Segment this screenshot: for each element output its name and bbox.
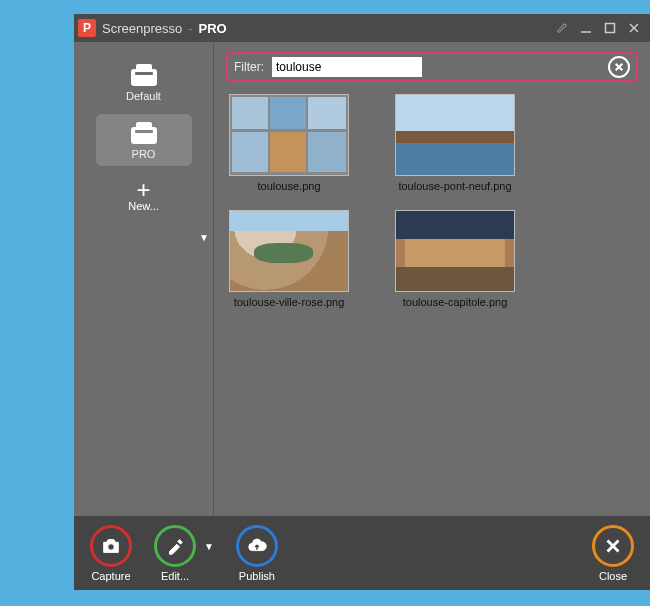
svg-point-6 — [108, 543, 114, 549]
minimize-button[interactable] — [574, 18, 598, 38]
filter-input[interactable] — [272, 57, 422, 77]
bottom-toolbar: Capture Edit... ▼ Publish Close — [74, 516, 650, 590]
close-icon — [614, 62, 624, 72]
thumbnail-name: toulouse.png — [258, 180, 321, 192]
thumbnail-image — [395, 210, 515, 292]
workspace-add-button[interactable]: + New... — [96, 172, 192, 220]
thumbnail-name: toulouse-capitole.png — [403, 296, 508, 308]
close-icon — [592, 525, 634, 567]
capture-label: Capture — [91, 570, 130, 582]
thumbnail-image — [395, 94, 515, 176]
settings-icon[interactable] — [550, 18, 574, 38]
title-separator: - — [188, 21, 192, 36]
close-window-button[interactable] — [622, 18, 646, 38]
edit-label: Edit... — [161, 570, 189, 582]
thumbnail-item[interactable]: toulouse-pont-neuf.png — [390, 94, 520, 192]
app-edition: PRO — [199, 21, 227, 36]
workspace-sidebar: Default PRO + New... ▼ — [74, 42, 214, 516]
edit-icon — [154, 525, 196, 567]
filter-label: Filter: — [234, 60, 264, 74]
content-area: Filter: toulouse.png toulouse-pont-neuf.… — [214, 42, 650, 516]
workspace-add-label: New... — [128, 200, 159, 212]
thumbnail-name: toulouse-pont-neuf.png — [398, 180, 511, 192]
thumbnail-name: toulouse-ville-rose.png — [234, 296, 345, 308]
thumbnail-item[interactable]: toulouse.png — [224, 94, 354, 192]
titlebar: P Screenpresso - PRO — [74, 14, 650, 42]
close-label: Close — [599, 570, 627, 582]
folder-icon — [131, 122, 157, 144]
edit-dropdown-icon[interactable]: ▼ — [204, 541, 214, 552]
app-name: Screenpresso — [102, 21, 182, 36]
sidebar-expand-icon[interactable]: ▼ — [199, 232, 209, 243]
filter-clear-button[interactable] — [608, 56, 630, 78]
thumbnail-item[interactable]: toulouse-ville-rose.png — [224, 210, 354, 308]
cloud-upload-icon — [236, 525, 278, 567]
workspace-item-default[interactable]: Default — [96, 56, 192, 108]
edit-button[interactable]: Edit... — [154, 525, 196, 582]
camera-icon — [90, 525, 132, 567]
capture-button[interactable]: Capture — [90, 525, 132, 582]
close-button[interactable]: Close — [592, 525, 634, 582]
filter-bar: Filter: — [226, 52, 638, 82]
folder-icon — [131, 64, 157, 86]
thumbnail-image — [229, 210, 349, 292]
app-logo-icon: P — [78, 19, 96, 37]
thumbnail-grid[interactable]: toulouse.png toulouse-pont-neuf.png toul… — [214, 90, 650, 516]
plus-icon: + — [136, 180, 150, 200]
maximize-button[interactable] — [598, 18, 622, 38]
workspace-item-pro[interactable]: PRO — [96, 114, 192, 166]
workspace-label: Default — [126, 90, 161, 102]
publish-label: Publish — [239, 570, 275, 582]
thumbnail-item[interactable]: toulouse-capitole.png — [390, 210, 520, 308]
app-window: P Screenpresso - PRO Default PRO — [74, 14, 650, 590]
app-body: Default PRO + New... ▼ Filter: — [74, 42, 650, 516]
svg-rect-1 — [606, 24, 615, 33]
thumbnail-image — [229, 94, 349, 176]
workspace-label: PRO — [132, 148, 156, 160]
publish-button[interactable]: Publish — [236, 525, 278, 582]
